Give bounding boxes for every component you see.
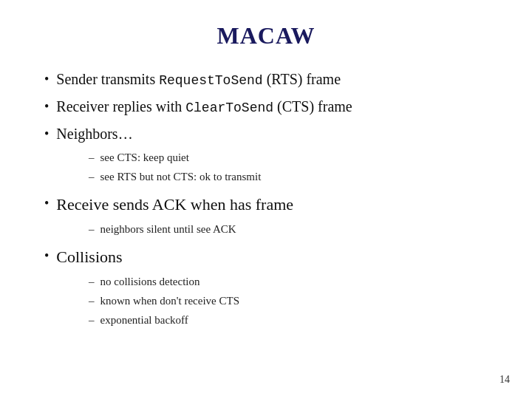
page-number: 14 (499, 374, 510, 386)
code-requesttosend: RequestToSend (159, 73, 262, 88)
sub-bullet-backoff: – exponential backoff (89, 311, 488, 329)
bullet-dot-5: • (44, 245, 49, 267)
bullet-dot-2: • (44, 96, 49, 117)
bullet-dot-3: • (44, 123, 49, 145)
bullet-receiver-text: Receiver replies with ClearToSend (CTS) … (56, 95, 352, 119)
collisions-sub-bullets: – no collisions detection – known when d… (89, 273, 488, 329)
bullet-receiver: • Receiver replies with ClearToSend (CTS… (44, 95, 488, 119)
bullet-receive-text: Receive sends ACK when has frame (56, 191, 293, 217)
sub-bullet-cts-quiet-text: see CTS: keep quiet (100, 149, 189, 166)
sub-bullet-rts-ok-text: see RTS but not CTS: ok to transmit (100, 168, 262, 185)
neighbors-sub-bullets: – see CTS: keep quiet – see RTS but not … (89, 149, 488, 185)
dash-2: – (89, 168, 95, 185)
sub-bullet-no-detection: – no collisions detection (89, 273, 488, 290)
dash-4: – (89, 273, 95, 290)
slide: MACAW • Sender transmits RequestToSend (… (0, 0, 532, 399)
sub-bullet-no-detection-text: no collisions detection (100, 273, 200, 290)
bullet-sender: • Sender transmits RequestToSend (RTS) f… (44, 67, 488, 92)
slide-title: MACAW (44, 22, 488, 50)
dash-1: – (89, 149, 95, 166)
sub-bullet-backoff-text: exponential backoff (100, 311, 188, 329)
bullet-dot-4: • (44, 193, 49, 214)
bullet-collisions-text: Collisions (56, 244, 122, 270)
dash-6: – (89, 311, 95, 329)
bullet-sender-text: Sender transmits RequestToSend (RTS) fra… (56, 67, 341, 92)
sub-bullet-rts-ok: – see RTS but not CTS: ok to transmit (89, 168, 488, 185)
bullet-dot-1: • (44, 69, 49, 90)
sub-bullet-known-cts: – known when don't receive CTS (89, 292, 488, 310)
sub-bullet-cts-quiet: – see CTS: keep quiet (89, 149, 488, 166)
sub-bullet-neighbors-silent-text: neighbors silent until see ACK (100, 220, 236, 238)
code-cleartosend: ClearToSend (185, 100, 273, 115)
slide-content: • Sender transmits RequestToSend (RTS) f… (44, 67, 488, 329)
bullet-neighbors-text: Neighbors… (56, 122, 132, 146)
bullet-neighbors: • Neighbors… (44, 122, 488, 146)
bullet-receive: • Receive sends ACK when has frame (44, 191, 488, 217)
dash-3: – (89, 220, 95, 238)
sub-bullet-known-cts-text: known when don't receive CTS (100, 292, 240, 310)
dash-5: – (89, 292, 95, 310)
sub-bullet-neighbors-silent: – neighbors silent until see ACK (89, 220, 488, 238)
receive-sub-bullets: – neighbors silent until see ACK (89, 220, 488, 238)
bullet-collisions: • Collisions (44, 244, 488, 270)
